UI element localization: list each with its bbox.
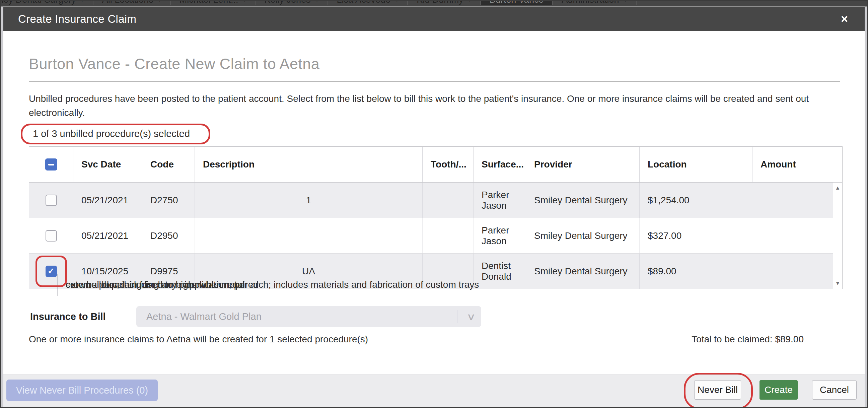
heading-divider: [29, 81, 840, 82]
table-row: 05/21/2021D2750crown - porcelain fused t…: [29, 182, 833, 218]
column-header-location[interactable]: Location: [639, 147, 752, 182]
cell-location: Smiley Dental Surgery: [526, 182, 639, 218]
chevron-down-icon: ▾: [468, 1, 471, 4]
row-checkbox-unchecked[interactable]: [45, 195, 57, 206]
column-header-scrollbar-spacer: [833, 147, 849, 182]
background-tab-burton-vance[interactable]: Burton Vance: [481, 1, 553, 5]
cell-surface: [422, 182, 473, 218]
chevron-down-icon: ▾: [158, 1, 161, 4]
instructions-text: Unbilled procedures have been posted to …: [29, 92, 841, 120]
claims-note: One or more insurance claims to Aetna wi…: [29, 334, 368, 345]
view-never-bill-procedures-button[interactable]: View Never Bill Procedures (0): [6, 380, 158, 401]
scroll-up-icon[interactable]: ▲: [835, 185, 841, 191]
scroll-down-icon[interactable]: ▼: [835, 281, 841, 286]
column-header-code[interactable]: Code: [142, 147, 194, 182]
chevron-down-icon: ▾: [624, 1, 627, 4]
cell-description: external bleaching for home application,…: [57, 274, 868, 296]
modal-footer: View Never Bill Procedures (0) Never Bil…: [3, 375, 865, 407]
column-header-description[interactable]: Description: [194, 147, 422, 182]
table-header-row: Svc DateCodeDescriptionTooth/...Surface.…: [29, 147, 842, 182]
background-tab-strip: Smiley Dental Surgery▾All Locations▾Mich…: [1, 1, 637, 6]
cell-code: D2950: [142, 218, 194, 253]
background-tab-kelly-jones[interactable]: Kelly Jones▾: [255, 1, 328, 5]
selection-summary: 1 of 3 unbilled procedure(s) selected: [33, 128, 190, 139]
column-header-amount[interactable]: Amount: [752, 147, 833, 182]
background-tab-administration[interactable]: Administration▾: [553, 1, 636, 5]
background-tab-kid-dummy[interactable]: Kid Dummy▾: [408, 1, 481, 5]
cell-tooth: 1: [194, 182, 422, 218]
page-title: Burton Vance - Create New Claim to Aetna: [29, 55, 319, 73]
cell-code: D2750: [142, 182, 194, 218]
chevron-down-icon: ▾: [243, 1, 246, 4]
selection-summary-wrap: 1 of 3 unbilled procedure(s) selected: [33, 126, 190, 141]
never-bill-button[interactable]: Never Bill: [694, 380, 741, 400]
row-checkbox-cell: [29, 182, 73, 218]
create-button[interactable]: Create: [760, 380, 798, 400]
chevron-down-icon: ▾: [315, 1, 319, 4]
column-header-surface[interactable]: Surface...: [473, 147, 526, 182]
close-icon[interactable]: ×: [839, 13, 850, 26]
row-checkbox-cell: [29, 218, 73, 253]
column-header-svc-date[interactable]: Svc Date: [73, 147, 142, 182]
screen: Smiley Dental Surgery▾All Locations▾Mich…: [0, 0, 868, 408]
select-all-checkbox-cell: [29, 147, 73, 182]
indeterminate-dash-icon: [48, 164, 54, 166]
select-all-checkbox[interactable]: [45, 158, 57, 171]
chevron-down-icon: ▾: [81, 1, 84, 4]
modal-title-bar: Create Insurance Claim ×: [3, 7, 865, 31]
table-scrollbar[interactable]: ▲ ▼: [833, 182, 842, 289]
background-tab-all-locations[interactable]: All Locations▾: [93, 1, 171, 5]
cell-svc_date: 05/21/2021: [73, 182, 142, 218]
background-tab-lisa-acevedo[interactable]: Lisa Acevedo▾: [328, 1, 408, 5]
insurance-dropdown[interactable]: Aetna - Walmart Gold Plan ∨: [136, 306, 481, 327]
table-row: 05/21/2021D2950core buildup, including a…: [29, 218, 833, 253]
cell-tooth: [194, 218, 422, 253]
procedures-table: Svc DateCodeDescriptionTooth/...Surface.…: [29, 146, 842, 289]
row-checkbox-unchecked[interactable]: [45, 230, 57, 241]
modal-title: Create Insurance Claim: [18, 13, 136, 26]
cell-amount: $1,254.00: [639, 182, 752, 218]
cell-svc_date: 05/21/2021: [73, 218, 142, 253]
column-header-provider[interactable]: Provider: [526, 147, 639, 182]
background-tab-michael-lent[interactable]: Michael Lent...▾: [171, 1, 256, 5]
table-row: ✓10/15/2025D9975external bleaching for h…: [29, 253, 833, 289]
row-checkbox-checked[interactable]: ✓: [45, 266, 57, 277]
cell-provider: Parker Jason: [473, 218, 526, 253]
chevron-down-icon: ∨: [457, 310, 475, 323]
total-to-be-claimed: Total to be claimed: $89.00: [691, 334, 804, 345]
table-body: 05/21/2021D2750crown - porcelain fused t…: [29, 182, 842, 289]
cell-surface: [422, 218, 473, 253]
cell-location: Smiley Dental Surgery: [526, 218, 639, 253]
cell-amount: $327.00: [639, 218, 752, 253]
column-header-tooth[interactable]: Tooth/...: [422, 147, 473, 182]
background-tab-smiley-dental-surgery[interactable]: Smiley Dental Surgery▾: [1, 1, 93, 5]
cancel-button[interactable]: Cancel: [812, 380, 857, 400]
chevron-down-icon: ▾: [395, 1, 399, 4]
insurance-dropdown-value: Aetna - Walmart Gold Plan: [146, 311, 261, 322]
cell-provider: Parker Jason: [473, 182, 526, 218]
background-app-bar: Smiley Dental Surgery▾All Locations▾Mich…: [1, 1, 867, 7]
insurance-to-bill-label: Insurance to Bill: [30, 307, 106, 327]
